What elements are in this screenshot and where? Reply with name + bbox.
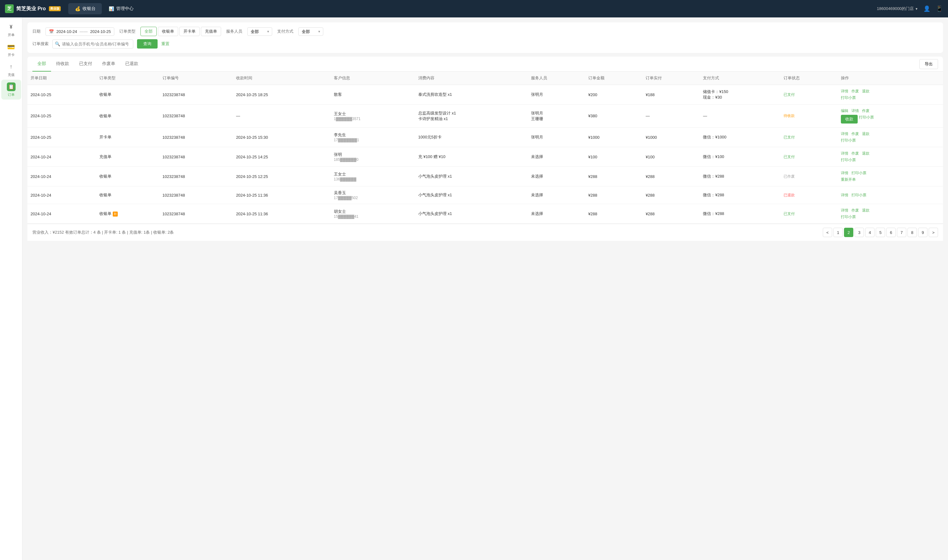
tab-refunded[interactable]: 已退款 — [120, 57, 143, 72]
top-nav-right: 18600469000的门店 ▼ 👤 📱 — [877, 5, 943, 12]
store-name: 18600469000的门店 — [877, 6, 914, 12]
action-打印小票-5[interactable]: 打印小票 — [851, 192, 866, 198]
cell-paymenttime-6: 2024-10-25 11:36 — [233, 204, 331, 224]
action-作废-6[interactable]: 作废 — [851, 208, 859, 213]
action-打印小票-3[interactable]: 打印小票 — [841, 157, 856, 163]
action-详情-4[interactable]: 详情 — [841, 171, 848, 176]
date-start: 2024-10-24 — [56, 29, 77, 34]
cell-staff-1: 张明月王珊珊 — [528, 105, 585, 128]
order-type-membership[interactable]: 开卡单 — [179, 27, 200, 36]
logo-icon: 芝 — [5, 5, 14, 13]
order-type-cashier[interactable]: 收银单 — [158, 27, 178, 36]
action-作废-1[interactable]: 作废 — [862, 108, 869, 114]
cell-payment-4: 微信：¥288 — [700, 167, 780, 186]
page-5[interactable]: 5 — [876, 228, 885, 237]
order-type-topup[interactable]: 充值单 — [201, 27, 221, 36]
staff-line: 未选择 — [531, 192, 582, 198]
chevron-down-icon: ▼ — [915, 7, 918, 11]
cell-actions-4: 详情打印小票重新开单 — [838, 167, 943, 186]
sidebar-dingdan-label: 订单 — [8, 92, 15, 97]
cell-date-3: 2024-10-24 — [28, 147, 96, 167]
date-label: 日期 — [32, 29, 40, 34]
search-input[interactable] — [52, 40, 133, 49]
staff-line: 王珊珊 — [531, 116, 582, 122]
cell-date-0: 2024-10-25 — [28, 85, 96, 105]
search-icon: 🔍 — [55, 42, 60, 46]
page-4[interactable]: 4 — [865, 228, 874, 237]
action-退款-6[interactable]: 退款 — [862, 208, 869, 213]
sidebar-item-dingdan[interactable]: 📋 订单 — [1, 80, 21, 100]
action-详情-2[interactable]: 详情 — [841, 131, 848, 137]
cell-staff-4: 未选择 — [528, 167, 585, 186]
page-9[interactable]: 9 — [918, 228, 928, 237]
table-row: 2024-10-24收银单10232387482024-10-25 12:25王… — [28, 167, 943, 186]
cashier-icon: 💰 — [74, 6, 81, 12]
page-1[interactable]: 1 — [834, 228, 843, 237]
action-详情-3[interactable]: 详情 — [841, 151, 848, 156]
customer-name-0: 散客 — [334, 92, 412, 97]
user-icon[interactable]: 👤 — [923, 5, 931, 12]
query-button[interactable]: 查询 — [137, 39, 157, 49]
action-详情-1[interactable]: 详情 — [851, 108, 859, 114]
page-prev[interactable]: < — [823, 228, 832, 237]
sidebar-item-kaidan[interactable]: ¥ 开单 — [1, 20, 21, 40]
date-range-picker[interactable]: 📅 2024-10-24 —— 2024-10-25 — [45, 28, 114, 36]
page-6[interactable]: 6 — [886, 228, 896, 237]
staff-line: 未选择 — [531, 154, 582, 160]
mobile-icon[interactable]: 📱 — [936, 5, 943, 12]
action-重新开单-4[interactable]: 重新开单 — [841, 177, 856, 182]
chongzhi-icon: ↑ — [7, 63, 15, 71]
action-作废-3[interactable]: 作废 — [851, 151, 859, 156]
page-8[interactable]: 8 — [908, 228, 917, 237]
cell-status-6: 已支付 — [780, 204, 838, 224]
main-layout: ¥ 开单 💳 开卡 ↑ 充值 📋 订单 日期 📅 2024-10-24 —— — [0, 17, 948, 560]
cell-staff-6: 未选择 — [528, 204, 585, 224]
action-打印小票-1[interactable]: 打印小票 — [859, 115, 874, 123]
store-selector[interactable]: 18600469000的门店 ▼ — [877, 6, 918, 12]
payment-select[interactable]: 全部 — [298, 28, 323, 36]
action-详情-0[interactable]: 详情 — [841, 89, 848, 94]
action-打印小票-2[interactable]: 打印小票 — [841, 138, 856, 143]
collect-button-1[interactable]: 收款 — [841, 115, 858, 123]
status-badge-2: 已支付 — [784, 134, 795, 140]
page-2[interactable]: 2 — [844, 228, 853, 237]
action-详情-6[interactable]: 详情 — [841, 208, 848, 213]
nav-management[interactable]: 📊 管理中心 — [102, 3, 140, 14]
payment-select-wrap: 全部 — [298, 28, 323, 36]
app-title: 简芝美业 Pro — [16, 6, 46, 12]
order-type-all[interactable]: 全部 — [141, 27, 157, 36]
item-line: 小气泡头皮护理 x1 — [418, 211, 525, 217]
staff-select[interactable]: 全部 — [247, 28, 272, 36]
action-作废-0[interactable]: 作废 — [851, 89, 859, 94]
action-打印小票-4[interactable]: 打印小票 — [851, 171, 866, 176]
tab-paid[interactable]: 已支付 — [74, 57, 97, 72]
item-line: 小气泡头皮护理 x1 — [418, 192, 525, 198]
col-date: 开单日期 — [28, 72, 96, 85]
action-打印小票-0[interactable]: 打印小票 — [841, 95, 856, 100]
payment-line: 微信：¥288 — [703, 192, 777, 198]
payment-line: 微信：¥1000 — [703, 134, 777, 140]
page-7[interactable]: 7 — [897, 228, 906, 237]
sidebar-item-kaika[interactable]: 💳 开卡 — [1, 40, 21, 60]
reset-button[interactable]: 重置 — [161, 41, 170, 47]
action-退款-3[interactable]: 退款 — [862, 151, 869, 156]
action-作废-2[interactable]: 作废 — [851, 131, 859, 137]
action-详情-5[interactable]: 详情 — [841, 192, 848, 198]
pagination: < 1 2 3 4 5 6 7 8 9 > — [823, 228, 938, 237]
customer-name-4: 王女士 — [334, 171, 412, 177]
cell-actions-0: 详情作废退款打印小票 — [838, 85, 943, 105]
tab-void[interactable]: 作废单 — [97, 57, 120, 72]
status-badge-5: 已退款 — [784, 192, 795, 198]
action-打印小票-6[interactable]: 打印小票 — [841, 214, 856, 220]
action-退款-0[interactable]: 退款 — [862, 89, 869, 94]
cell-actions-1: 编辑详情作废收款打印小票 — [838, 105, 943, 128]
nav-cashier[interactable]: 💰 收银台 — [68, 3, 102, 14]
action-退款-2[interactable]: 退款 — [862, 131, 869, 137]
tab-all[interactable]: 全部 — [32, 57, 51, 72]
tab-pending[interactable]: 待收款 — [51, 57, 74, 72]
action-编辑-1[interactable]: 编辑 — [841, 108, 848, 114]
page-next[interactable]: > — [929, 228, 938, 237]
sidebar-item-chongzhi[interactable]: ↑ 充值 — [1, 60, 21, 80]
page-3[interactable]: 3 — [855, 228, 864, 237]
export-button[interactable]: 导出 — [919, 59, 938, 69]
